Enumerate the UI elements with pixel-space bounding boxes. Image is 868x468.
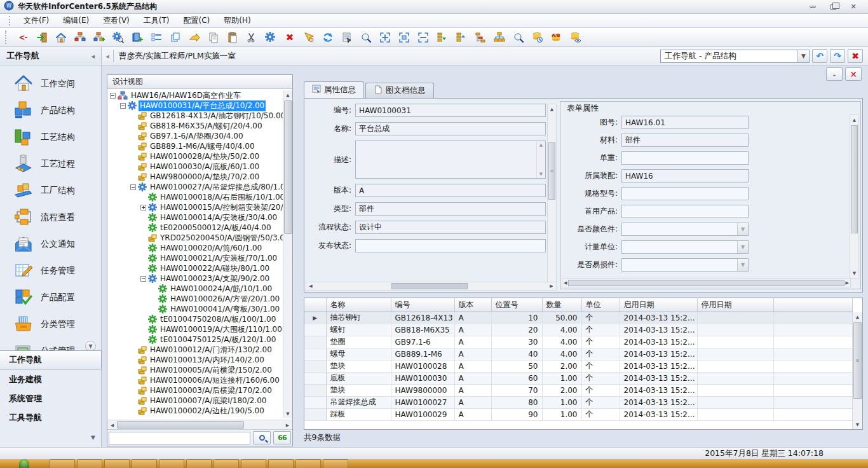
tree-node[interactable]: GB12618-4X13/A/抽芯铆钉/10/50.00 [107,111,292,121]
tree-node[interactable]: HAW0100021/A/安装板/70/1.00 [107,253,292,263]
sidebar-item-1[interactable]: 产品结构 [0,97,101,124]
field-input[interactable] [621,187,749,200]
column-header-4[interactable]: 位置号 [491,298,542,312]
db-view-icon[interactable] [567,29,584,46]
field-input[interactable]: ▼ [621,240,749,254]
table-row[interactable]: 螺母GB889.1-M6A404.00个2014-03-13 15:2... [304,348,852,360]
layers-icon[interactable] [167,29,184,46]
table-row[interactable]: 吊篮焊接总成HAW0100027A801.00个2014-03-13 15:2.… [304,396,852,408]
group-vertical-scrollbar[interactable]: ▲ ▼ [850,114,859,279]
column-header-7[interactable]: 启用日期 [620,298,697,312]
table-row[interactable]: 底板HAW0100030A601.00个2014-03-13 15:2... [304,372,852,384]
taskbar-button[interactable] [104,459,130,468]
tree-node[interactable]: HAW0100026/A/方管/20/1.00 [107,294,292,304]
windows-taskbar[interactable] [0,459,868,468]
db-history-icon[interactable] [529,29,546,46]
form-horizontal-scrollbar[interactable]: ◀ ▶ [306,282,557,291]
tree-node[interactable]: GB97.1-6/A/垫圈/30/4.00 [107,131,292,141]
chevron-down-icon[interactable]: ▼ [737,259,748,271]
taskbar-button[interactable] [159,459,184,468]
taskbar-button[interactable] [50,459,75,468]
field-input[interactable]: 部件 [621,134,749,147]
tree-node[interactable]: HAW0100014/A/安装板/30/4.00 [107,212,292,223]
nav-back-icon[interactable]: <- [15,29,31,46]
tree-node[interactable]: HAW0100031/A/平台总成/10/2.00 [107,100,292,111]
taskbar-button[interactable] [186,459,212,468]
column-header-0[interactable] [304,298,326,312]
menu-item-0[interactable]: 文件(F) [17,14,55,27]
sidebar-item-4[interactable]: 工厂结构 [0,177,101,204]
chevron-down-icon[interactable]: ▼ [737,241,748,253]
tree-search-input[interactable] [109,432,250,444]
table-row[interactable]: 垫圈GB97.1-6A304.00个2014-03-13 15:2... [304,336,852,348]
table-row[interactable]: ▶抽芯铆钉GB12618-4X13A1050.00个2014-03-13 15:… [304,312,852,324]
field-input[interactable]: 部件 [355,202,546,216]
column-header-3[interactable]: 版本 [454,298,491,312]
field-input[interactable]: 设计中 [355,221,546,234]
taskbar-button[interactable] [295,459,321,468]
table-row[interactable]: 垫块HAW9800000A702.00个2014-03-13 15:2... [304,384,852,396]
sidebar-item-8[interactable]: 产品配置 [0,284,101,311]
tree-node[interactable]: HAW0100022/A/碰块/80/1.00 [107,263,292,273]
column-header-8[interactable]: 停用日期 [697,298,773,312]
close-button[interactable]: ✕ [848,3,859,11]
db-compare-icon[interactable]: A/B [548,29,565,46]
field-input[interactable] [355,239,546,252]
field-input[interactable]: ▼ [621,223,749,236]
tree-node[interactable]: HAW0100015/A/控制箱安装架/20/1.00 [107,202,292,212]
scroll-right-icon[interactable]: ▶ [846,280,849,286]
sidebar-item-0[interactable]: 工作空间 [0,71,101,97]
taskbar-button[interactable] [132,459,157,468]
tree-node[interactable]: HAW0100003/A/后横梁/170/2.00 [107,385,292,396]
tree-node[interactable]: HAW0100005/A/前横梁/150/2.00 [107,365,292,375]
scroll-down-icon[interactable]: ▼ [853,420,862,429]
scroll-up-icon[interactable]: ▲ [283,90,292,100]
field-input[interactable]: ▼ [621,258,749,272]
tab-1[interactable]: 图文档信息 [365,83,434,98]
tree-node[interactable]: HAW0100019/A/大围板/110/1.00 [107,324,292,334]
tree-node[interactable]: GB818-M6X35/A/螺钉/20/4.00 [107,121,292,131]
tree-import-icon[interactable] [434,29,451,46]
sidebar-nav-0[interactable]: 工作导航 [0,350,102,369]
scroll-up-icon[interactable]: ▲ [548,104,556,114]
tab-0[interactable]: 属性信息 [304,81,364,98]
sidebar-item-3[interactable]: 工艺过程 [0,151,101,177]
tree-search-button[interactable] [253,431,271,444]
nav-undo-button[interactable]: ↶ [812,49,827,63]
scroll-left-icon[interactable]: ◀ [306,282,315,291]
taskbar-button[interactable] [323,459,348,468]
scroll-down-icon[interactable]: ▼ [850,268,858,278]
checklist-icon[interactable] [148,29,165,46]
nav-close-button[interactable]: ✖ [848,49,863,63]
sidebar-collapse-icon[interactable]: ◂ [91,52,95,60]
send-icon[interactable] [186,29,203,46]
nav-redo-button[interactable]: ↷ [830,49,845,63]
panel-collapse-button[interactable]: ⌄ [826,67,843,81]
view-selector[interactable]: 工作导航 - 产品结构 ▼ [660,50,810,63]
table-row[interactable]: 螺钉GB818-M6X35A204.00个2014-03-13 15:2... [304,324,852,336]
field-input[interactable]: A [355,184,546,197]
chevron-down-icon[interactable]: ▼ [797,50,809,62]
collapse-left-icon[interactable]: ◂ [102,52,113,60]
tree-vertical-scrollbar[interactable]: ▲ ▼ [283,90,292,418]
tree-horizontal-scrollbar[interactable]: ◀ ▶ [107,420,292,429]
scroll-down-icon[interactable]: ▼ [283,409,292,418]
sidebar-item-9[interactable]: 分类管理 [0,311,101,338]
chevron-down-icon[interactable]: ▼ [737,223,748,235]
form-vertical-scrollbar[interactable]: ▲ ≡ [547,104,557,283]
scroll-right-icon[interactable]: ▶ [283,420,292,430]
field-input[interactable]: HAW16 [621,169,749,182]
table-vertical-scrollbar[interactable]: ▲ ≡ ▼ [852,312,862,429]
tree-node[interactable]: HAW0100030/A/底板/60/1.00 [107,162,292,172]
restore-button[interactable] [827,3,839,11]
paste-icon[interactable] [224,29,241,46]
field-input[interactable]: HAW16.01 [621,116,749,129]
sidebar-nav-1[interactable]: 业务建模 [0,369,102,389]
zoom-frame-plus-icon[interactable] [377,29,393,46]
panel-close-button[interactable]: ✕ [845,67,862,81]
minimize-button[interactable] [807,3,818,11]
copy-icon[interactable] [205,29,222,46]
sidebar-nav-2[interactable]: 系统管理 [0,389,102,408]
field-input[interactable]: 平台总成 [355,122,546,135]
magnifier-icon[interactable] [358,29,374,46]
